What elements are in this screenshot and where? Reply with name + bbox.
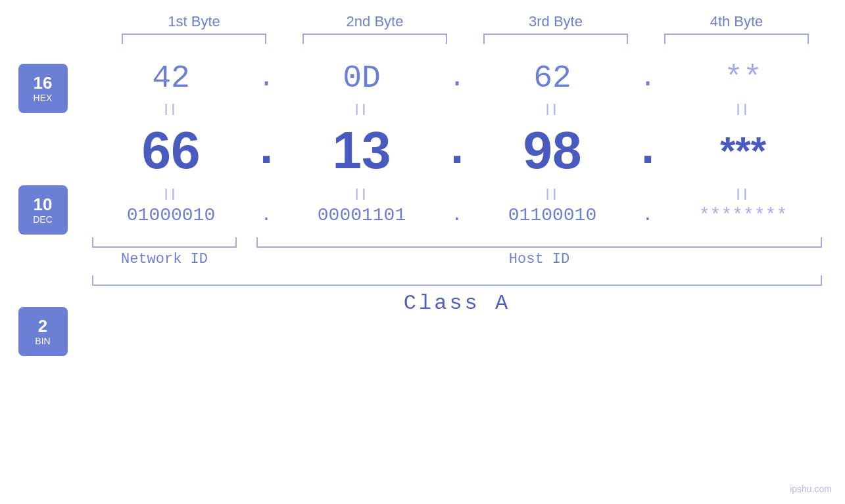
class-label: Class A — [404, 291, 510, 315]
class-bracket-container — [85, 275, 829, 286]
hex-dot-3: . — [638, 62, 658, 94]
equals-row-1: II II II II — [85, 101, 829, 119]
host-id-label: Host ID — [256, 251, 822, 267]
hex-b2: 0D — [289, 60, 434, 96]
dec-badge: 10 DEC — [18, 185, 68, 235]
bracket-4 — [664, 34, 809, 44]
byte3-label: 3rd Byte — [477, 13, 635, 30]
bin-badge-label: BIN — [35, 336, 50, 346]
network-bracket — [92, 237, 237, 248]
bottom-brackets — [85, 237, 829, 248]
dec-dot-3: . — [638, 124, 658, 177]
bin-badge-num: 2 — [38, 317, 47, 336]
eq2-b1: II — [99, 185, 243, 204]
hex-b4: ** — [671, 60, 815, 96]
hex-data-row: 42 . 0D . 62 . ** — [85, 57, 829, 96]
byte1-label: 1st Byte — [115, 13, 273, 30]
bin-b3: 01100010 — [480, 205, 625, 225]
dec-dot-1: . — [256, 124, 276, 177]
dec-b3: 98 — [480, 120, 625, 181]
eq1-b4: II — [671, 101, 815, 119]
bin-dot-1: . — [256, 205, 276, 225]
footer: ipshu.com — [790, 484, 832, 494]
top-bracket-row — [104, 34, 827, 44]
bin-data-row: 01000010 . 00001101 . 01100010 . *******… — [85, 205, 829, 225]
class-bracket — [92, 275, 822, 286]
dec-dot-2: . — [447, 124, 467, 177]
class-label-row: Class A — [85, 291, 829, 315]
badges-column: 16 HEX 10 DEC 2 BIN — [0, 57, 85, 356]
hex-b3: 62 — [480, 60, 625, 96]
eq1-b3: II — [480, 101, 625, 119]
data-grid: 42 . 0D . 62 . ** II II — [85, 57, 845, 315]
equals-row-2: II II II II — [85, 185, 829, 204]
bin-dot-2: . — [447, 205, 467, 225]
dec-b2: 13 — [289, 120, 434, 181]
hex-badge: 16 HEX — [18, 64, 68, 113]
dec-data-row: 66 . 13 . 98 . *** — [85, 120, 829, 181]
dec-badge-num: 10 — [34, 195, 53, 214]
bin-b2: 00001101 — [289, 205, 434, 225]
eq2-b2: II — [289, 185, 434, 204]
bracket-2 — [302, 34, 447, 44]
bracket-3 — [483, 34, 628, 44]
bin-b4: ******** — [671, 205, 815, 225]
eq1-b1: II — [99, 101, 243, 119]
network-id-label: Network ID — [92, 251, 237, 267]
bin-badge: 2 BIN — [18, 307, 68, 356]
byte2-label: 2nd Byte — [296, 13, 454, 30]
eq1-b2: II — [289, 101, 434, 119]
content-area: 16 HEX 10 DEC 2 BIN 42 . 0D — [0, 57, 845, 356]
byte4-label: 4th Byte — [658, 13, 815, 30]
bin-dot-3: . — [638, 205, 658, 225]
dec-b1: 66 — [99, 120, 243, 181]
hex-badge-label: HEX — [34, 93, 53, 103]
hex-badge-num: 16 — [34, 74, 53, 93]
dec-badge-label: DEC — [33, 214, 53, 225]
main-container: 1st Byte 2nd Byte 3rd Byte 4th Byte 16 H… — [0, 0, 845, 504]
bracket-1 — [122, 34, 266, 44]
eq2-b3: II — [480, 185, 625, 204]
header-row: 1st Byte 2nd Byte 3rd Byte 4th Byte — [104, 13, 827, 30]
id-labels-row: Network ID Host ID — [85, 251, 829, 267]
dec-b4: *** — [671, 128, 815, 173]
host-bracket — [256, 237, 822, 248]
eq2-b4: II — [671, 185, 815, 204]
hex-dot-1: . — [256, 62, 276, 94]
hex-b1: 42 — [99, 60, 243, 96]
bin-b1: 01000010 — [99, 205, 243, 225]
hex-dot-2: . — [447, 62, 467, 94]
